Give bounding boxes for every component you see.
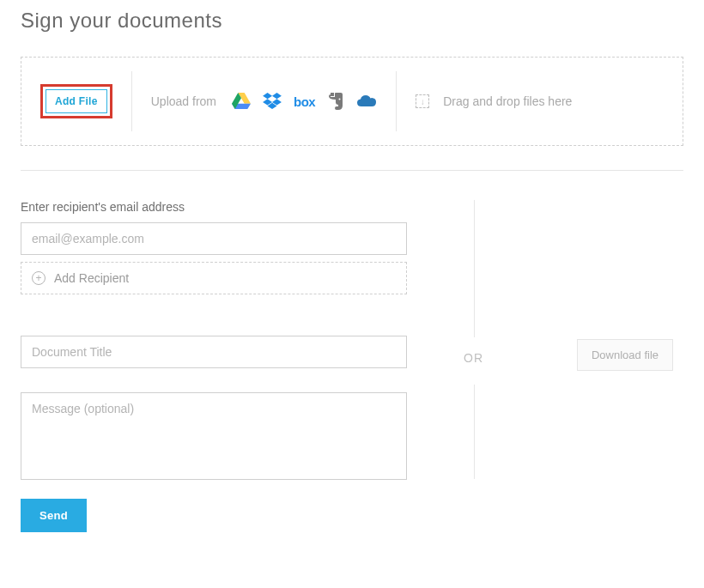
add-file-button[interactable]: Add File — [46, 89, 107, 113]
add-file-highlight: Add File — [40, 84, 112, 118]
add-file-section: Add File — [40, 84, 112, 118]
add-recipient-label: Add Recipient — [54, 271, 129, 285]
drag-drop-zone[interactable]: ↓ Drag and drop files here — [416, 94, 572, 108]
upload-from-section: Upload from box — [151, 92, 377, 111]
cloud-source-icons: box — [232, 92, 377, 111]
recipient-email-input[interactable] — [21, 222, 407, 255]
evernote-icon[interactable] — [327, 92, 344, 111]
right-panel: OR Download file — [431, 200, 683, 535]
drag-drop-label: Drag and drop files here — [443, 94, 572, 108]
upload-zone: Add File Upload from — [21, 57, 683, 146]
box-icon[interactable]: box — [294, 94, 315, 109]
divider — [396, 71, 397, 131]
svg-marker-3 — [263, 93, 272, 99]
svg-point-8 — [339, 99, 341, 100]
dropbox-icon[interactable] — [263, 93, 282, 110]
page-title: Sign your documents — [21, 9, 683, 33]
divider — [474, 385, 475, 479]
plus-circle-icon: + — [32, 271, 46, 285]
upload-from-label: Upload from — [151, 94, 216, 108]
recipient-email-label: Enter recipient's email address — [21, 200, 407, 214]
message-textarea[interactable] — [21, 392, 407, 480]
svg-marker-4 — [272, 93, 282, 99]
onedrive-icon[interactable] — [356, 94, 377, 108]
add-recipient-button[interactable]: + Add Recipient — [21, 262, 407, 294]
send-button[interactable]: Send — [21, 499, 87, 532]
or-label: OR — [464, 351, 483, 365]
document-title-input[interactable] — [21, 336, 407, 368]
download-arrow-icon: ↓ — [416, 94, 429, 108]
section-divider — [21, 170, 683, 171]
divider — [131, 71, 132, 131]
download-file-button[interactable]: Download file — [577, 339, 673, 371]
google-drive-icon[interactable] — [232, 93, 251, 110]
divider — [474, 200, 475, 337]
